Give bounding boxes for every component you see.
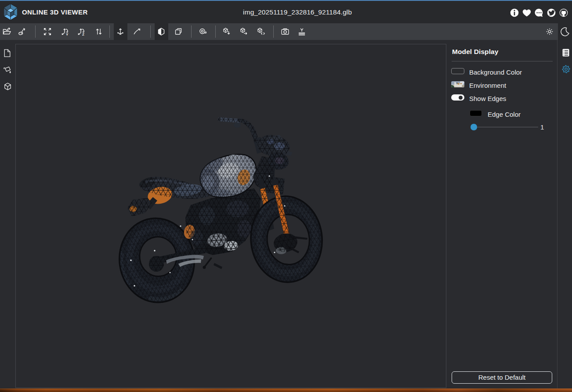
svg-text:Z: Z [82, 32, 84, 36]
svg-text:Y: Y [66, 32, 69, 36]
